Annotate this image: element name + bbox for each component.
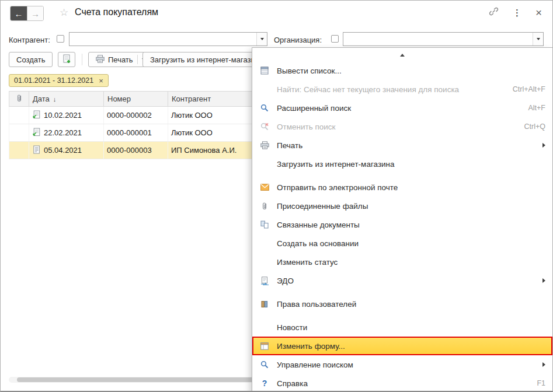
favorite-star-icon[interactable]: ☆ — [60, 6, 68, 19]
organization-input[interactable] — [343, 33, 533, 46]
menu-separator — [252, 290, 552, 295]
menu-item-label: Управление поиском — [277, 360, 535, 369]
menu-item-label: Новости — [277, 323, 545, 332]
toolbar-separator — [82, 54, 82, 65]
date-value: 22.02.2021 — [44, 128, 82, 137]
unposted-document-icon — [32, 145, 41, 156]
close-icon[interactable]: × — [535, 7, 542, 18]
table-row-selected[interactable]: 05.04.2021 0000-000003 ИП Симонова А.И. — [9, 142, 256, 159]
submenu-arrow-icon — [542, 143, 545, 148]
documents-table: Дата ↓ Номер Контрагент 10.02.2021 0000-… — [9, 91, 256, 159]
shortcut-label: Alt+F — [528, 104, 545, 112]
menu-item-edo[interactable]: ЭДО — [252, 271, 552, 290]
cell-attachment — [9, 124, 29, 141]
menu-item-show-list[interactable]: Вывести список... — [252, 61, 552, 80]
menu-item-label: ЭДО — [277, 276, 535, 285]
menu-item-label: Изменить статус — [277, 258, 545, 267]
printer-icon — [259, 141, 270, 149]
more-menu-icon[interactable]: ⋮ — [513, 8, 521, 18]
menu-item-edit-form[interactable]: Изменить форму... — [252, 337, 552, 355]
table-row[interactable]: 22.02.2021 0000-000001 Лютик ООО — [9, 124, 256, 142]
menu-item-label: Справка — [277, 379, 530, 388]
menu-item-label: Загрузить из интернет-магазина — [277, 160, 545, 169]
menu-item-label: Печать — [277, 141, 535, 150]
menu-item-label: Отправить по электронной почте — [277, 183, 545, 192]
create-button[interactable]: Создать — [9, 52, 53, 67]
load-from-store-button[interactable]: Загрузить из интернет-магазина — [142, 52, 268, 67]
user-rights-icon — [259, 300, 270, 308]
date-header-label: Дата — [33, 94, 50, 103]
submenu-arrow-icon — [542, 362, 545, 367]
print-button-label: Печать — [108, 55, 133, 64]
menu-item-label: Найти: Сейчас нет текущего значения для … — [277, 85, 506, 94]
menu-item-advanced-search[interactable]: Расширенный поиск Alt+F — [252, 99, 552, 117]
cell-contragent: Лютик ООО — [168, 107, 256, 124]
contragent-field — [69, 32, 267, 46]
menu-item-send-email[interactable]: Отправить по электронной почте — [252, 178, 552, 197]
shortcut-label: Ctrl+Q — [524, 123, 545, 131]
cell-attachment — [9, 142, 29, 159]
date-column-header[interactable]: Дата ↓ — [29, 92, 104, 106]
period-filter-chip[interactable]: 01.01.2021 - 31.12.2021 × — [9, 74, 109, 87]
search-cancel-icon — [259, 123, 270, 131]
table-row[interactable]: 10.02.2021 0000-000002 Лютик ООО — [9, 107, 256, 124]
contragent-checkbox[interactable] — [57, 35, 64, 43]
context-menu: Вывести список... Найти: Сейчас нет теку… — [252, 47, 553, 392]
contragent-header-label: Контрагент — [172, 94, 211, 103]
menu-item-create-based-on[interactable]: Создать на основании — [252, 234, 552, 253]
menu-item-load-from-store[interactable]: Загрузить из интернет-магазина — [252, 155, 552, 173]
cell-number: 0000-000003 — [104, 142, 168, 159]
number-header-label: Номер — [107, 94, 131, 103]
printer-icon — [96, 55, 105, 65]
cell-date: 22.02.2021 — [29, 124, 104, 141]
contragent-input[interactable] — [69, 33, 256, 46]
menu-separator — [252, 173, 552, 178]
menu-item-change-status[interactable]: Изменить статус — [252, 253, 552, 271]
edo-exchange-icon — [259, 276, 270, 285]
menu-item-user-rights[interactable]: Права пользователей — [252, 295, 552, 313]
cell-contragent: ИП Симонова А.И. — [168, 142, 256, 159]
number-value: 0000-000002 — [107, 111, 152, 120]
link-icon[interactable] — [489, 6, 499, 19]
contragent-value: Лютик ООО — [171, 128, 213, 137]
chevron-down-icon — [537, 38, 540, 40]
back-button[interactable]: ← — [11, 6, 27, 20]
button-divider — [137, 55, 138, 64]
menu-item-label: Расширенный поиск — [277, 104, 521, 113]
organization-checkbox[interactable] — [331, 35, 339, 43]
contragent-column-header[interactable]: Контрагент — [168, 92, 256, 106]
create-button-label: Создать — [16, 55, 45, 64]
contragent-value: Лютик ООО — [171, 111, 213, 120]
menu-item-linked-documents[interactable]: Связанные документы — [252, 215, 552, 234]
triangle-up-icon — [400, 54, 405, 57]
chip-close-icon[interactable]: × — [99, 77, 103, 85]
question-icon: ? — [259, 379, 270, 388]
menu-item-search-management[interactable]: Управление поиском — [252, 355, 552, 374]
table-header-row: Дата ↓ Номер Контрагент — [9, 91, 256, 107]
create-copy-button[interactable] — [58, 52, 75, 67]
menu-item-label: Создать на основании — [277, 239, 545, 248]
sort-desc-icon: ↓ — [53, 96, 57, 103]
back-arrow-icon: ← — [15, 9, 23, 19]
search-icon — [259, 104, 270, 112]
number-column-header[interactable]: Номер — [104, 92, 168, 106]
menu-item-label: Вывести список... — [277, 66, 545, 75]
menu-item-help[interactable]: ? Справка F1 — [252, 374, 552, 392]
attachment-column-header[interactable] — [9, 92, 29, 106]
linked-documents-icon — [259, 220, 270, 229]
menu-item-label: Изменить форму... — [277, 342, 545, 351]
menu-scroll-up[interactable] — [252, 48, 552, 61]
menu-item-print[interactable]: Печать — [252, 136, 552, 155]
menu-item-attached-files[interactable]: Присоединенные файлы — [252, 197, 552, 215]
cell-date: 05.04.2021 — [29, 142, 104, 159]
contragent-label: Контрагент: — [9, 36, 50, 44]
contragent-dropdown-button[interactable] — [256, 33, 267, 46]
contragent-value: ИП Симонова А.И. — [171, 146, 236, 155]
search-icon — [259, 360, 270, 369]
menu-item-news[interactable]: Новости — [252, 318, 552, 337]
date-value: 05.04.2021 — [44, 146, 82, 155]
cell-attachment — [9, 107, 29, 124]
organization-dropdown-button[interactable] — [533, 33, 543, 46]
chevron-down-icon — [260, 38, 264, 40]
menu-item-find-status: Найти: Сейчас нет текущего значения для … — [252, 80, 552, 99]
